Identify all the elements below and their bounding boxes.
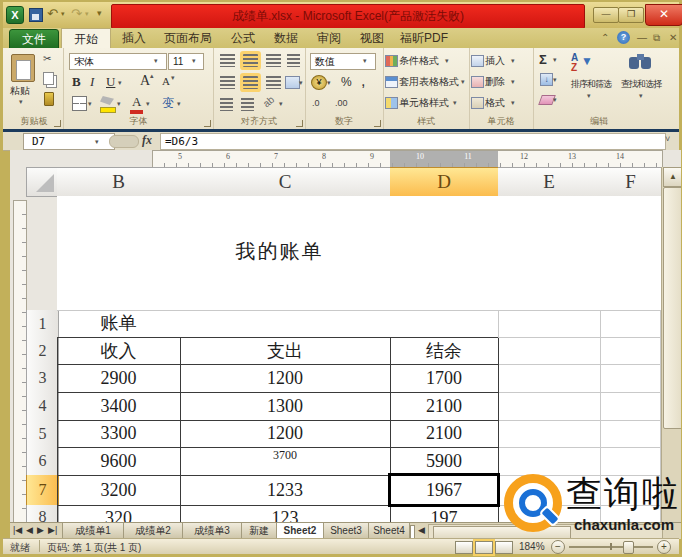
page-break-view-button[interactable] [495,541,513,554]
undo-dropdown-icon[interactable]: ▾ [61,10,65,18]
alignment-dialog-launcher-icon[interactable] [296,120,303,127]
paste-dropdown-icon[interactable]: ▾ [19,98,23,106]
bold-button[interactable]: B [72,74,81,90]
orientation-icon[interactable]: ab [261,94,277,110]
fill-icon[interactable]: ↓ [540,73,553,86]
next-sheet-icon[interactable]: ▶ [37,525,44,535]
cell-c3[interactable]: 1200 [180,364,391,393]
sheet-tab-1[interactable]: 成绩单1 [62,523,124,539]
paste-icon[interactable] [11,54,35,82]
cell-d4[interactable]: 2100 [390,392,499,421]
sheet-tab-active[interactable]: Sheet2 [276,523,324,539]
merge-dropdown-icon[interactable]: ▾ [299,79,303,87]
cell-c7[interactable]: 1233 [180,475,391,506]
close-button[interactable]: ✕ [645,4,682,26]
comma-icon[interactable]: , [361,72,365,90]
font-size-select[interactable]: 11 [168,53,204,70]
row-header-1[interactable]: 1 [26,310,59,338]
ribbon-collapse-icon[interactable]: ⌃ [601,32,609,43]
cell-d2[interactable]: 结余 [390,338,499,365]
fill-color-dropdown-icon[interactable]: ▾ [117,100,121,108]
qat-customize-icon[interactable]: ▾ [97,8,102,18]
tab-view[interactable]: 视图 [352,28,392,48]
prev-sheet-icon[interactable]: ◀ [26,525,33,535]
sheet-tab-7[interactable]: Sheet4 [368,523,410,539]
row-header-2[interactable]: 2 [26,337,59,365]
save-icon[interactable] [29,8,43,22]
decrease-decimal-icon[interactable]: .00 [335,98,348,108]
tab-split-handle[interactable] [410,525,415,539]
excel-logo-icon[interactable]: X [6,6,24,24]
sheet-tab-6[interactable]: Sheet3 [323,523,369,539]
currency-icon[interactable]: ¥ [311,75,327,90]
tab-data[interactable]: 数据 [266,28,306,48]
increase-indent-icon[interactable] [241,98,254,111]
row-header-7[interactable]: 7 [26,475,59,506]
tab-file[interactable]: 文件 [9,29,59,50]
row-header-6[interactable]: 6 [26,447,59,476]
name-box[interactable]: D7 [23,133,115,150]
align-bottom-icon[interactable] [266,54,281,67]
page-layout-view-button[interactable] [475,541,493,554]
workbook-restore-icon[interactable]: ⧉ [653,32,660,44]
cell-c4[interactable]: 1300 [180,392,391,421]
conditional-formatting-button[interactable]: 条件格式 [399,54,439,68]
wrap-text-icon[interactable] [287,54,300,67]
column-header-d[interactable]: D [390,167,499,197]
italic-button[interactable]: I [90,74,94,90]
help-icon[interactable]: ? [617,31,630,44]
column-header-e[interactable]: E [498,167,601,197]
column-header-c[interactable]: C [180,167,391,197]
merge-center-icon[interactable] [285,76,300,89]
align-middle-icon[interactable] [243,54,258,67]
cell-d8[interactable]: 197 [390,505,499,522]
border-dropdown-icon[interactable]: ▾ [88,100,92,108]
formula-bar-expand-icon[interactable]: ˅ [665,134,670,144]
cell-b5[interactable]: 3300 [57,420,181,448]
cell-b8[interactable]: 320 [57,505,181,522]
grow-font-button[interactable]: A [140,73,150,89]
row-header-3[interactable]: 3 [26,364,59,393]
format-as-table-button[interactable]: 套用表格格式 [399,75,459,89]
scroll-up-icon[interactable]: ▲ [663,167,681,187]
align-left-icon[interactable] [220,76,235,89]
align-center-icon[interactable] [243,76,258,89]
cell-d6[interactable]: 5900 [390,447,499,476]
vertical-scroll-thumb[interactable] [663,187,681,429]
cell-b6[interactable]: 9600 [57,447,181,476]
percent-icon[interactable]: % [341,75,352,89]
row-header-5[interactable]: 5 [26,420,59,448]
last-sheet-icon[interactable]: ▶| [48,525,57,535]
normal-view-button[interactable] [455,541,473,554]
autosum-button[interactable]: Σ [539,52,547,67]
clear-dropdown-icon[interactable]: ▾ [553,96,557,104]
tab-scroll-left-icon[interactable]: ◀ [418,525,425,535]
minimize-button[interactable]: — [593,7,619,23]
cell-d3[interactable]: 1700 [390,364,499,393]
zoom-level[interactable]: 184% [519,541,545,552]
align-top-icon[interactable] [220,54,235,67]
zoom-out-button[interactable]: − [551,540,565,554]
insert-function-icon[interactable]: fx [142,133,152,148]
sheet-tab-3[interactable]: 成绩单3 [182,523,242,539]
tab-foxit-pdf[interactable]: 福昕PDF [395,28,453,48]
redo-dropdown-icon[interactable]: ▾ [85,10,89,18]
format-button[interactable]: 格式 [485,96,505,110]
currency-dropdown-icon[interactable]: ▾ [327,79,331,87]
autosum-dropdown-icon[interactable]: ▾ [553,56,557,64]
number-dialog-launcher-icon[interactable] [374,120,381,127]
cell-c8[interactable]: 123 [180,505,391,522]
cut-icon[interactable]: ✂ [43,53,51,64]
font-color-icon[interactable]: A [130,94,143,114]
row-header-4[interactable]: 4 [26,392,59,421]
font-dialog-launcher-icon[interactable] [204,120,211,127]
cell-b3[interactable]: 2900 [57,364,181,393]
row-header-8[interactable]: 8 [26,505,59,522]
clipboard-dialog-launcher-icon[interactable] [54,120,61,127]
phonetic-dropdown-icon[interactable]: ▾ [177,100,181,108]
sheet-tab-4[interactable]: 新建 [241,523,277,539]
font-name-select[interactable]: 宋体 [69,53,167,70]
workbook-minimize-icon[interactable]: — [637,32,647,43]
tab-home[interactable]: 开始 [61,28,111,49]
sort-filter-button[interactable]: 排序和筛选 [565,78,617,91]
